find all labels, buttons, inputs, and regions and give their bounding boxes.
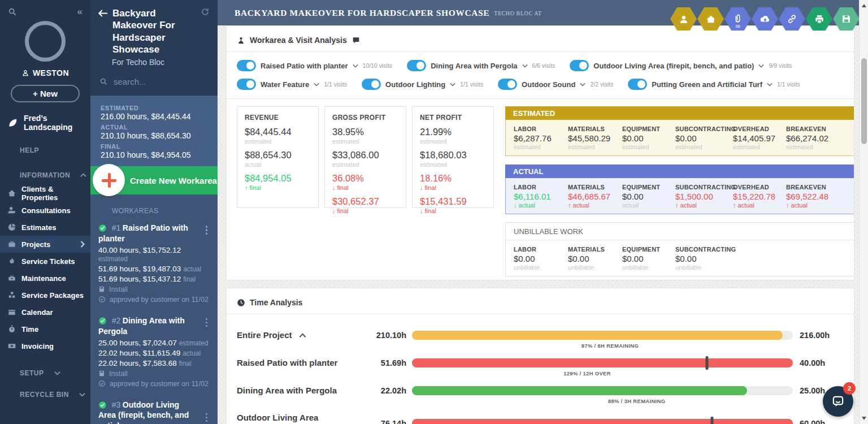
toggle-switch[interactable]	[237, 79, 256, 90]
sidebar-item-service-tickets[interactable]: Service Tickets	[0, 253, 90, 270]
current-user[interactable]: WESTON	[0, 68, 90, 77]
chevron-down-icon	[54, 371, 60, 375]
sidebar-item-maintenance[interactable]: Maintenance	[0, 270, 90, 287]
hours-budgeted: 216.00h	[798, 331, 844, 340]
scrollbar-thumb[interactable]	[861, 58, 867, 144]
sidebar-item-clients-properties[interactable]: Clients & Properties	[0, 185, 90, 202]
new-button-label: + New	[33, 89, 58, 98]
toggle-switch[interactable]	[407, 60, 426, 71]
refresh-icon[interactable]	[201, 7, 210, 55]
collapse-sidebar-icon[interactable]: «	[77, 7, 83, 16]
primary-sidebar: « WESTON + New Fred’s Landscaping HELP I…	[0, 0, 90, 424]
vertical-scrollbar[interactable]	[859, 0, 868, 424]
attachments-button[interactable]: 36	[724, 7, 751, 31]
time-analysis-card: Time Analysis Entire Project 210.10h 97%…	[226, 288, 854, 424]
hours-logged: 22.02h	[353, 386, 406, 395]
help-link[interactable]: HELP	[20, 146, 90, 154]
actual-costs-table: ACTUAL LABOR$6,116.01↓ actual MATERIALS$…	[505, 165, 854, 214]
kebab-menu-icon[interactable]	[205, 224, 209, 236]
chevron-down-icon[interactable]	[522, 64, 528, 68]
workareas-list: WORKAREAS #1 Raised Patio with planter 4…	[90, 194, 218, 424]
chevron-up-icon	[80, 173, 86, 178]
sidebar-item-time[interactable]: Time	[0, 321, 90, 338]
setup-section-toggle[interactable]: SETUP	[20, 369, 90, 377]
progress-track	[412, 419, 793, 424]
consultation-person-icon	[7, 206, 16, 215]
chevron-down-icon	[79, 392, 85, 397]
print-button[interactable]	[806, 7, 832, 31]
workarea-toggles: Raised Patio with planter 10/10 visits D…	[227, 52, 854, 99]
sidebar-item-projects[interactable]: Projects	[0, 236, 90, 253]
contact-button[interactable]	[670, 7, 697, 31]
save-button[interactable]	[833, 7, 860, 31]
toggle-switch[interactable]	[570, 60, 589, 71]
sidebar-item-estimates[interactable]: Estimates	[0, 219, 90, 236]
toggle-switch[interactable]	[237, 60, 256, 71]
toggle-switch[interactable]	[498, 79, 517, 90]
property-button[interactable]	[697, 7, 724, 31]
gross-profit-card: GROSS PROFIT 38.95%estimated $33,086.00e…	[324, 106, 406, 208]
check-circle-icon	[98, 224, 107, 232]
stat-label: ACTUAL	[101, 124, 207, 131]
recycle-bin-section-toggle[interactable]: RECYCLE BIN	[20, 391, 90, 399]
calendar-icon	[7, 308, 16, 317]
chevron-down-icon[interactable]	[450, 83, 455, 86]
workarea-item[interactable]: #2 Dining Area with Pergola 25.00 hours,…	[98, 315, 210, 388]
back-arrow-icon[interactable]	[98, 9, 108, 55]
kebab-menu-icon[interactable]	[205, 412, 209, 423]
printer-icon	[814, 14, 825, 25]
hours-logged: 210.10h	[353, 331, 406, 340]
panel-search[interactable]	[98, 67, 210, 96]
avatar[interactable]	[25, 21, 66, 62]
chevron-down-icon[interactable]	[767, 83, 772, 86]
search-icon[interactable]	[8, 7, 17, 16]
toggle-switch[interactable]	[362, 79, 381, 90]
company[interactable]: Fred’s Landscaping	[0, 102, 90, 132]
workareas-header: WORKAREAS	[112, 207, 210, 215]
workarea-estimated: 40.00 hours, $15,752.12	[98, 246, 181, 254]
sidebar-item-calendar[interactable]: Calendar	[0, 304, 90, 321]
link-button[interactable]	[779, 7, 805, 31]
hours-logged: 76.14h	[353, 419, 406, 424]
workarea-final: 22.02 hours, $7,583.68	[98, 359, 177, 367]
chevron-down-icon[interactable]	[580, 83, 585, 86]
workarea-item[interactable]: #1 Raised Patio with planter 40.00 hours…	[98, 223, 210, 304]
home-icon	[705, 14, 717, 25]
search-input[interactable]	[114, 77, 204, 86]
comment-icon[interactable]	[351, 36, 361, 45]
chevron-down-icon[interactable]	[314, 83, 319, 86]
workarea-actual: 51.69 hours, $19,487.03	[98, 265, 181, 273]
information-section-toggle[interactable]: INFORMATION	[20, 171, 90, 179]
workarea-item[interactable]: #3 Outdoor Living Area (firepit, bench, …	[98, 400, 210, 424]
estimated-costs-table: ESTIMATED LABOR$6,287.76estimated MATERI…	[505, 106, 854, 156]
scroll-up-arrow[interactable]	[862, 4, 866, 7]
hours-logged: 51.69h	[353, 358, 406, 367]
scroll-down-arrow[interactable]	[862, 417, 866, 420]
workarea-toggle: Water Feature 1/1 visits	[237, 79, 347, 90]
stat-value: 210.10 hours, $88,654.30	[101, 131, 207, 140]
sidebar-item-invoicing[interactable]: Invoicing	[0, 338, 90, 354]
plus-circle	[93, 164, 125, 196]
create-new-workarea-button[interactable]: Create New Workarea	[90, 166, 218, 194]
chevron-down-icon[interactable]	[353, 64, 358, 68]
chevron-down-icon[interactable]	[758, 64, 764, 68]
kebab-menu-icon[interactable]	[205, 317, 209, 328]
new-button[interactable]: + New	[11, 85, 80, 102]
leaf-icon	[8, 118, 18, 128]
estimate-marker	[705, 356, 708, 370]
pie-chart-icon	[7, 223, 16, 232]
action-toolbar: 36	[670, 7, 860, 31]
sidebar-item-consultations[interactable]: Consultations	[0, 202, 90, 219]
cloud-upload-button[interactable]	[752, 7, 778, 31]
collapse-chevron-icon[interactable]	[299, 333, 306, 338]
progress-fill	[412, 358, 793, 367]
workarea-number: #3	[112, 400, 121, 409]
person-icon	[21, 69, 29, 77]
chevron-right-icon	[80, 241, 85, 248]
toggle-switch[interactable]	[628, 79, 647, 90]
project-panel: Backyard Makeover For Hardscaper Showcas…	[90, 0, 218, 424]
net-profit-card: NET PROFIT 21.99%estimated $18,680.03est…	[412, 106, 494, 208]
sidebar-item-service-packages[interactable]: Service Packages	[0, 287, 90, 304]
time-row-entire-project: Entire Project 210.10h 97% / 6H REMAININ…	[237, 330, 844, 341]
chat-widget-button[interactable]: 2	[823, 386, 853, 417]
